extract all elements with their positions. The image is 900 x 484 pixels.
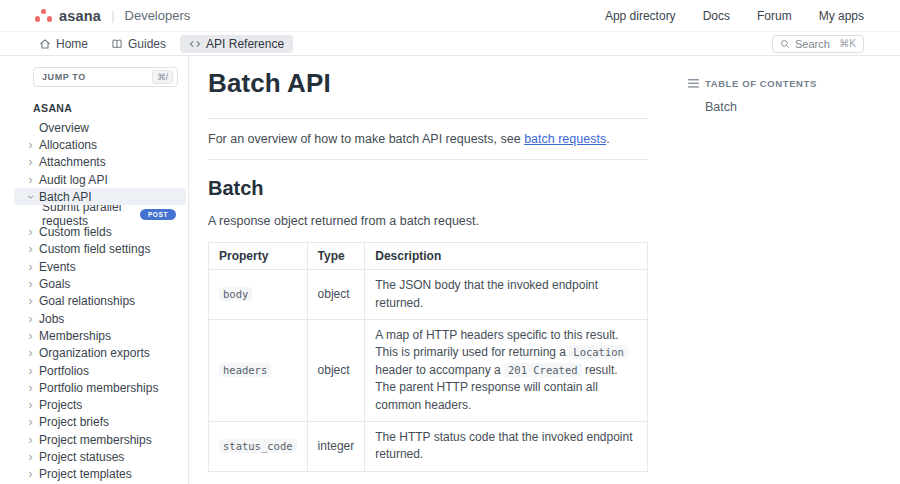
chevron-right-icon: › [26,435,35,445]
brand-suffix: Developers [125,8,191,23]
col-header-description: Description [365,243,648,270]
main-content: Batch API For an overview of how to make… [189,56,648,484]
list-icon [688,79,699,88]
property-description: The JSON body that the invoked endpoint … [365,270,648,320]
chevron-down-icon: › [26,192,36,201]
sidebar-item-project-statuses[interactable]: › Project statuses [26,448,178,465]
chevron-right-icon: › [26,314,35,324]
intro-text-end: . [606,132,609,146]
chevron-right-icon: › [26,452,35,462]
sidebar-item-audit-log-api[interactable]: › Audit log API [26,171,178,188]
sidebar-item-goal-relationships[interactable]: › Goal relationships [26,293,178,310]
sidebar-item-label: Project templates [39,467,132,481]
sidebar-item-memberships[interactable]: › Memberships [26,327,178,344]
sidebar-item-portfolios[interactable]: › Portfolios [26,362,178,379]
toc-item-batch[interactable]: Batch [705,100,900,114]
search-input[interactable]: Search ⌘K [772,35,864,53]
sidebar-item-submit-parallel-requests[interactable]: Submit parallel requests POST [26,205,178,223]
page-title: Batch API [208,68,648,99]
property-name: headers [219,363,271,377]
sidebar-item-label: Portfolio memberships [39,381,158,395]
post-method-badge: POST [140,209,176,220]
col-header-property: Property [209,243,308,270]
sidebar-item-goals[interactable]: › Goals [26,275,178,292]
chevron-right-icon: › [26,140,35,150]
subnav-home[interactable]: Home [30,35,97,53]
subnav-guides[interactable]: Guides [102,35,175,53]
page-body: JUMP TO ⌘/ ASANA Overview › Allocations … [0,56,900,484]
chevron-right-icon: › [26,331,35,341]
jump-to-button[interactable]: JUMP TO ⌘/ [33,67,178,87]
subnav-api-reference[interactable]: API Reference [180,35,293,53]
table-row: headers object A map of HTTP headers spe… [209,320,648,422]
chevron-right-icon: › [26,469,35,479]
sidebar-item-label: Project memberships [39,433,152,447]
chevron-right-icon: › [26,366,35,376]
sidebar-item-projects[interactable]: › Projects [26,396,178,413]
chevron-right-icon: › [26,279,35,289]
sidebar-item-custom-field-settings[interactable]: › Custom field settings [26,241,178,258]
sidebar-item-batch-api[interactable]: › Batch API [14,188,186,205]
jump-to-shortcut: ⌘/ [152,70,173,84]
jump-to-label: JUMP TO [42,72,86,82]
sidebar-item-label: Batch API [39,190,92,204]
sidebar-item-attachments[interactable]: › Attachments [26,154,178,171]
sidebar-item-label: Goal relationships [39,294,135,308]
sidebar-item-label: Project statuses [39,450,124,464]
property-type: object [307,320,365,422]
toc-header: TABLE OF CONTENTS [688,78,900,89]
nav-forum[interactable]: Forum [757,9,792,23]
sidebar-item-portfolio-memberships[interactable]: › Portfolio memberships [26,379,178,396]
sidebar-item-project-memberships[interactable]: › Project memberships [26,431,178,448]
sidebar-item-jobs[interactable]: › Jobs [26,310,178,327]
top-header: asana | Developers App directory Docs Fo… [0,0,900,32]
property-type: object [307,270,365,320]
sidebar-item-project-templates[interactable]: › Project templates [26,466,178,483]
section-description: A response object returned from a batch … [208,212,648,230]
sidebar-item-project-briefs[interactable]: › Project briefs [26,414,178,431]
sub-nav: Home Guides API Reference Search ⌘K [0,32,900,56]
nav-my-apps[interactable]: My apps [819,9,864,23]
sidebar-item-organization-exports[interactable]: › Organization exports [26,345,178,362]
nav-app-directory[interactable]: App directory [605,9,676,23]
sidebar-item-label: Allocations [39,138,97,152]
chevron-right-icon: › [26,383,35,393]
property-name: body [219,287,252,301]
sidebar-item-label: Custom field settings [39,242,150,256]
search-shortcut: ⌘K [839,38,856,49]
chevron-right-icon: › [26,227,35,237]
sidebar-item-label: Projects [39,398,82,412]
code-icon [189,38,201,50]
toc-title: TABLE OF CONTENTS [705,78,817,89]
asana-logo[interactable]: asana | Developers [35,8,190,24]
col-header-type: Type [307,243,365,270]
sidebar-item-label: Jobs [39,312,64,326]
nav-docs[interactable]: Docs [703,9,730,23]
description-text: header to accompany a [375,363,504,377]
batch-requests-link[interactable]: batch requests [524,132,606,146]
sidebar-item-overview[interactable]: Overview [26,119,178,136]
chevron-right-icon: › [26,400,35,410]
sidebar-item-events[interactable]: › Events [26,258,178,275]
table-of-contents: TABLE OF CONTENTS Batch [648,56,900,484]
property-name: status_code [219,439,297,453]
subnav-home-label: Home [56,37,88,51]
search-placeholder: Search [795,38,830,50]
sidebar-item-label: Custom fields [39,225,112,239]
chevron-right-icon: › [26,417,35,427]
sidebar-item-custom-fields[interactable]: › Custom fields [26,223,178,240]
divider [208,159,648,160]
property-description: The HTTP status code that the invoked en… [365,421,648,471]
table-row: status_code integer The HTTP status code… [209,421,648,471]
sidebar-item-label: Events [39,260,76,274]
sidebar: JUMP TO ⌘/ ASANA Overview › Allocations … [0,56,189,484]
sidebar-item-allocations[interactable]: › Allocations [26,136,178,153]
divider [208,118,648,119]
chevron-right-icon: › [26,157,35,167]
brand-divider: | [108,8,117,23]
chevron-right-icon: › [26,348,35,358]
sidebar-item-label: Memberships [39,329,111,343]
property-type: integer [307,421,365,471]
brand-name: asana [59,8,101,24]
inline-code: 201 Created [504,363,582,377]
